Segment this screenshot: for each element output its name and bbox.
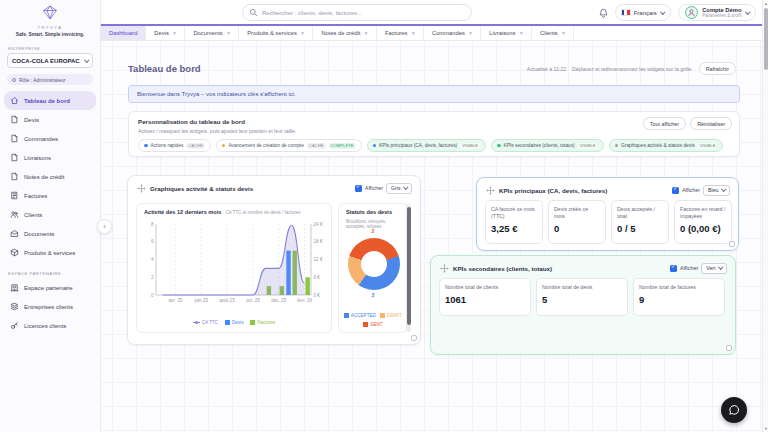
sidebar-item-devis[interactable]: Devis <box>4 110 96 129</box>
show-checkbox[interactable] <box>355 185 362 192</box>
tab-close-icon[interactable]: × <box>364 30 368 36</box>
kpi-value: 5 <box>542 294 622 305</box>
sidebar-item-factures[interactable]: Factures <box>4 186 96 205</box>
sidebar-item-commandes[interactable]: Commandes <box>4 129 96 148</box>
kpi-value: 0 / 5 <box>617 223 663 234</box>
show-label: Afficher <box>365 185 383 191</box>
chip-graphiques[interactable]: Graphiques activité & statuts devis VISI… <box>609 139 724 152</box>
tab-notes-de-credit[interactable]: Notes de crédit× <box>313 26 377 40</box>
show-checkbox[interactable] <box>670 265 677 272</box>
sidebar-item-entreprises-clients[interactable]: Entreprises clients <box>4 297 96 316</box>
sidebar-collapse-button[interactable]: ‹ <box>97 219 112 234</box>
move-handle-icon[interactable] <box>486 186 495 195</box>
color-select[interactable]: Vert <box>701 263 727 274</box>
avatar <box>685 6 698 19</box>
status-dot-icon <box>373 144 377 148</box>
dashboard-content: Tableau de bord Actualisé à 11:22 Déplac… <box>101 41 762 432</box>
kpi-value: 0 (0,00 €) <box>680 223 726 234</box>
window-scrollbar[interactable]: ▲ ▼ <box>762 0 768 432</box>
topbar: Français Compte Démo Paramètres & profil <box>101 0 768 26</box>
kpi-card-total-devis: Nombre total de devis 5 <box>536 278 628 316</box>
notifications-bell-icon[interactable] <box>599 8 608 18</box>
account-menu[interactable]: Compte Démo Paramètres & profil <box>678 4 756 21</box>
tab-livraisons[interactable]: Livraisons× <box>481 26 532 40</box>
kpi-card-devis-crees: Devis créés ce mois 0 <box>548 200 606 244</box>
company-select[interactable]: COCA-COLA EUROPAC <box>7 53 93 68</box>
sidebar-item-tableau-de-bord[interactable]: Tableau de bord <box>4 91 96 110</box>
chart-subtitle: CA TTC et nombre de devis / factures <box>225 210 300 215</box>
svg-text:déc. 25: déc. 25 <box>271 298 287 303</box>
role-dot-icon <box>12 78 16 82</box>
resize-handle[interactable] <box>726 345 732 351</box>
language-selector[interactable]: Français <box>615 4 672 21</box>
account-subtitle: Paramètres & profil <box>702 13 741 18</box>
updated-at: Actualisé à 11:22 <box>527 66 566 72</box>
tab-devis[interactable]: Devis× <box>146 26 185 40</box>
tab-close-icon[interactable]: × <box>519 30 523 36</box>
partner-section-label: ESPACE PARTENAIRE <box>8 271 100 276</box>
tab-factures[interactable]: Factures× <box>377 26 424 40</box>
chip-avancement-creation[interactable]: Avancement de création de compte CACHÉ C… <box>216 139 362 152</box>
legend-item: ACCEPTED <box>344 313 376 318</box>
scroll-down-icon[interactable]: ▼ <box>763 426 768 431</box>
show-all-button[interactable]: Tout afficher <box>643 117 686 130</box>
svg-text:18 €: 18 € <box>314 239 323 244</box>
refresh-button[interactable]: Rafraîchir <box>699 62 736 75</box>
tab-bar: Dashboard Devis× Documents× Produits & s… <box>101 26 762 41</box>
scroll-up-icon[interactable]: ▲ <box>763 1 768 6</box>
reset-button[interactable]: Réinitialiser <box>690 117 732 130</box>
tab-commandes[interactable]: Commandes× <box>424 26 481 40</box>
sidebar-item-livraisons[interactable]: Livraisons <box>4 148 96 167</box>
scrollbar-thumb[interactable] <box>764 8 768 70</box>
svg-text:2: 2 <box>151 275 154 280</box>
chip-kpis-secondaires[interactable]: KPIs secondaires (clients, totaux) VISIB… <box>491 139 604 152</box>
tab-close-icon[interactable]: × <box>562 30 566 36</box>
status-dot-icon <box>222 144 226 148</box>
move-handle-icon[interactable] <box>440 264 449 273</box>
sidebar-item-produits-services[interactable]: Produits & services <box>4 243 96 262</box>
tab-close-icon[interactable]: × <box>227 30 231 36</box>
tab-dashboard[interactable]: Dashboard <box>101 26 146 40</box>
status-donut-card: Statuts des devis Brouillons, envoyés, a… <box>338 203 408 333</box>
widget-scrollbar[interactable] <box>406 204 411 332</box>
scrollbar-thumb[interactable] <box>407 207 411 325</box>
sidebar-item-espace-partenaire[interactable]: Espace partenaire <box>4 278 96 297</box>
page-header: Tableau de bord Actualisé à 11:22 Déplac… <box>128 62 736 75</box>
sidebar-item-licences-clients[interactable]: Licences clients <box>4 316 96 335</box>
sidebar-item-documents[interactable]: Documents <box>4 224 96 243</box>
sidebar-item-notes-de-credit[interactable]: Notes de crédit <box>4 167 96 186</box>
tab-close-icon[interactable]: × <box>469 30 473 36</box>
activity-chart-legend: CA TTCDevisFactures <box>137 320 331 325</box>
kpi-value: 1061 <box>445 294 525 305</box>
tab-produits-services[interactable]: Produits & services× <box>239 26 313 40</box>
widget-kpi-secondary: KPIs secondaires (clients, totaux) Affic… <box>430 255 736 355</box>
widget-title: KPIs principaux (CA, devis, factures) <box>499 187 607 194</box>
file-icon <box>10 172 19 181</box>
kpi-card-devis-acceptes: Devis acceptés / total 0 / 5 <box>611 200 669 244</box>
tab-close-icon[interactable]: × <box>411 30 415 36</box>
show-checkbox[interactable] <box>672 187 679 194</box>
resize-handle[interactable] <box>411 335 417 341</box>
company-section-label: ENTREPRISE <box>8 46 100 51</box>
invoice-icon <box>10 191 19 200</box>
sidebar-item-clients[interactable]: Clients <box>4 205 96 224</box>
global-search[interactable] <box>242 4 472 21</box>
search-input[interactable] <box>262 10 465 16</box>
color-select[interactable]: Bleu <box>703 185 730 196</box>
widget-kpi-primary: KPIs principaux (CA, devis, factures) Af… <box>476 177 739 251</box>
svg-text:avr. 25: avr. 25 <box>168 298 182 303</box>
tab-documents[interactable]: Documents× <box>185 26 239 40</box>
tab-close-icon[interactable]: × <box>301 30 305 36</box>
color-select[interactable]: Gris <box>386 183 412 194</box>
donut-legend: ACCEPTEDDRAFTSENT <box>339 313 407 327</box>
kpi-value: 3,25 € <box>491 223 537 234</box>
chip-actions-rapides[interactable]: Actions rapides CACHÉ <box>138 139 211 152</box>
donut-callout: 2 <box>339 228 407 234</box>
chat-button[interactable] <box>721 397 747 423</box>
chip-kpis-principaux[interactable]: KPIs principaux (CA, devis, factures) VI… <box>367 139 486 152</box>
chevron-down-icon <box>84 57 89 62</box>
tab-clients[interactable]: Clients× <box>532 26 574 40</box>
resize-handle[interactable] <box>729 241 735 247</box>
tab-close-icon[interactable]: × <box>173 30 177 36</box>
move-handle-icon[interactable] <box>137 184 146 193</box>
